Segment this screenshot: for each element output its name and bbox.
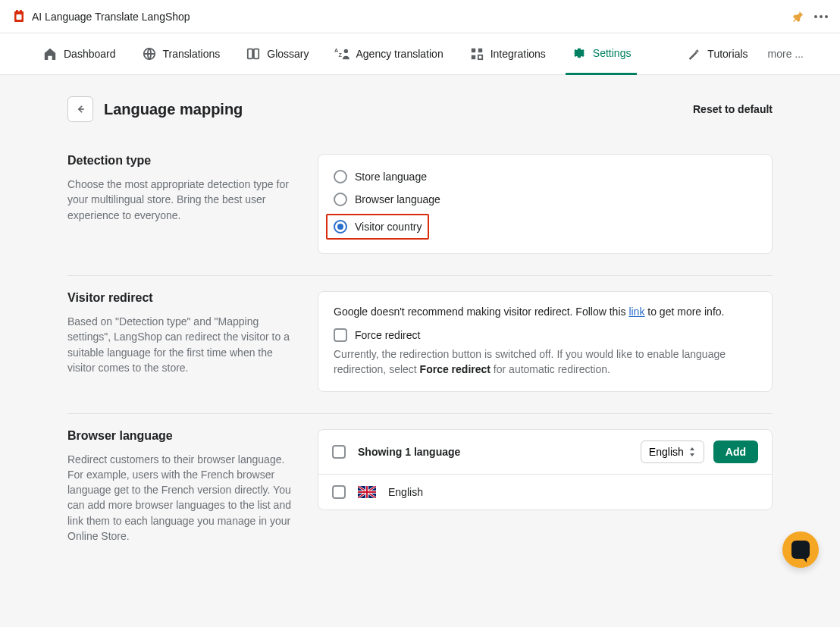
pin-icon[interactable] — [793, 11, 804, 22]
svg-rect-13 — [471, 49, 475, 52]
radio-browser-language[interactable]: Browser language — [334, 191, 757, 208]
radio-icon — [334, 170, 347, 183]
lang-table-header: Showing 1 language English Add — [318, 430, 772, 475]
radio-label: Visitor country — [355, 221, 422, 233]
browser-lang-card: Showing 1 language English Add — [318, 429, 773, 510]
tab-label: Integrations — [491, 48, 546, 60]
redirect-note-link[interactable]: link — [628, 306, 644, 318]
reset-to-default[interactable]: Reset to default — [693, 103, 773, 115]
svg-rect-1 — [16, 10, 18, 13]
svg-rect-8 — [248, 49, 252, 59]
detection-heading: Detection type — [67, 154, 302, 168]
more-menu-icon[interactable] — [814, 15, 828, 18]
tab-label: Glossary — [267, 48, 309, 60]
app-logo-icon — [12, 10, 26, 24]
redirect-note-pre: Google doesn't recommend making visitor … — [334, 306, 628, 318]
lang-row: English — [318, 475, 772, 509]
page-header: Language mapping Reset to default — [67, 96, 773, 122]
tab-label: Tutorials — [707, 48, 748, 60]
tab-label: Settings — [593, 47, 632, 59]
tab-glossary[interactable]: Glossary — [240, 33, 315, 74]
section-visitor-redirect: Visitor redirect Based on "Detection typ… — [67, 276, 773, 414]
tab-label: Agency translation — [356, 48, 443, 60]
svg-rect-17 — [79, 108, 84, 110]
page-title: Language mapping — [104, 101, 243, 118]
svg-point-4 — [814, 15, 817, 18]
redirect-heading: Visitor redirect — [67, 291, 302, 305]
radio-icon — [334, 220, 347, 234]
app-bar-left: AI Language Translate LangShop — [12, 10, 190, 24]
redirect-helper-bold: Force redirect — [420, 363, 491, 375]
app-title: AI Language Translate LangShop — [32, 11, 190, 23]
book-icon — [246, 46, 261, 61]
radio-icon — [334, 193, 347, 206]
wand-icon — [686, 46, 701, 61]
svg-rect-22 — [358, 491, 376, 493]
tab-integrations[interactable]: Integrations — [463, 33, 552, 74]
tab-label: Dashboard — [64, 48, 116, 60]
detection-description: Choose the most appropriate detection ty… — [67, 177, 302, 223]
svg-point-6 — [825, 15, 828, 18]
section-browser-language: Browser language Redirect customers to t… — [67, 414, 773, 566]
add-button[interactable]: Add — [713, 440, 758, 463]
back-button[interactable] — [67, 96, 93, 122]
svg-point-12 — [344, 49, 348, 53]
radio-visitor-country[interactable]: Visitor country — [326, 214, 429, 240]
showing-count: Showing 1 language — [358, 446, 460, 458]
chat-widget[interactable] — [782, 531, 819, 568]
language-select[interactable]: English — [641, 440, 704, 463]
select-caret-icon — [688, 447, 696, 456]
svg-point-5 — [820, 15, 823, 18]
lang-name: English — [388, 486, 423, 498]
home-icon — [42, 46, 58, 61]
flag-uk-icon — [358, 486, 376, 498]
svg-text:A: A — [335, 47, 339, 54]
app-bar: AI Language Translate LangShop — [0, 0, 840, 33]
arrow-left-icon — [74, 103, 86, 115]
nav-tabs: Dashboard Translations Glossary AZ Agenc… — [0, 33, 840, 75]
radio-store-language[interactable]: Store language — [334, 168, 757, 185]
globe-icon — [142, 46, 157, 61]
page-content: Language mapping Reset to default Detect… — [67, 75, 773, 595]
svg-rect-15 — [471, 55, 475, 59]
translate-person-icon: AZ — [334, 46, 349, 61]
detection-card: Store language Browser language Visitor … — [318, 154, 773, 254]
redirect-helper: Currently, the redirection button is swi… — [334, 346, 757, 378]
section-detection-type: Detection type Choose the most appropria… — [67, 139, 773, 276]
tabs-more[interactable]: more ... — [768, 48, 804, 60]
browser-lang-heading: Browser language — [67, 429, 302, 443]
svg-rect-14 — [478, 49, 481, 52]
apps-icon — [469, 46, 484, 61]
chat-bubble-icon — [791, 541, 810, 559]
select-all-checkbox[interactable] — [332, 445, 346, 459]
tab-label: Translations — [163, 48, 221, 60]
force-redirect-checkbox[interactable]: Force redirect — [334, 328, 757, 342]
svg-rect-16 — [478, 55, 481, 59]
tab-settings[interactable]: Settings — [566, 34, 638, 75]
gear-icon — [572, 45, 587, 61]
radio-label: Browser language — [355, 193, 440, 205]
app-bar-right — [793, 11, 828, 22]
tab-dashboard[interactable]: Dashboard — [36, 33, 122, 74]
redirect-description: Based on "Detection type" and "Mapping s… — [67, 314, 302, 375]
radio-label: Store language — [355, 171, 427, 183]
svg-text:Z: Z — [339, 52, 343, 58]
row-checkbox[interactable] — [332, 485, 346, 499]
svg-rect-9 — [254, 49, 259, 59]
browser-lang-description: Redirect customers to their browser lang… — [67, 452, 302, 544]
tab-translations[interactable]: Translations — [136, 33, 227, 74]
redirect-card: Google doesn't recommend making visitor … — [318, 291, 773, 392]
select-value: English — [649, 446, 684, 458]
tab-tutorials[interactable]: Tutorials — [680, 33, 754, 74]
redirect-note: Google doesn't recommend making visitor … — [334, 306, 757, 318]
redirect-note-post: to get more info. — [644, 306, 724, 318]
checkbox-label: Force redirect — [355, 329, 420, 341]
svg-rect-3 — [17, 14, 22, 20]
svg-rect-2 — [20, 10, 22, 13]
tab-agency-translation[interactable]: AZ Agency translation — [328, 33, 449, 74]
redirect-helper-post: for automatic redirection. — [491, 363, 610, 375]
checkbox-icon — [334, 328, 347, 342]
